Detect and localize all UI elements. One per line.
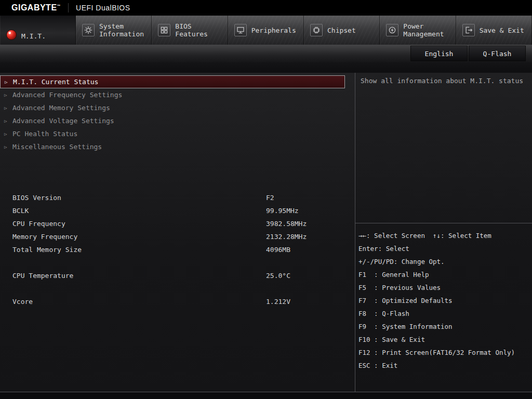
tab-system-information[interactable]: System Information [76,16,152,45]
tab-label: Save & Exit [480,26,529,34]
tab-save-exit[interactable]: Save & Exit [456,16,532,45]
key-line: F7 : Optimized Defaults [358,294,529,307]
topbar-divider [68,3,69,12]
key-line: F10 : Save & Exit [358,333,529,346]
info-row-bios-version: BIOS VersionF2 [0,191,355,204]
info-value: 99.95MHz [266,207,299,215]
key-line: F12 : Print Screen(FAT16/32 Format Only) [358,346,529,359]
settings-panel: ▷ M.I.T. Current Status ▷ Advanced Frequ… [0,73,355,392]
menu-list: ▷ M.I.T. Current Status ▷ Advanced Frequ… [0,75,355,153]
info-value: F2 [266,194,274,202]
key-line: ESC : Exit [358,359,529,372]
menu-item-advanced-voltage-settings[interactable]: ▷ Advanced Voltage Settings [0,114,355,127]
submenu-triangle-icon: ▷ [5,79,13,85]
info-row-bclk: BCLK99.95MHz [0,204,355,217]
menu-item-label: Advanced Memory Settings [12,104,110,112]
info-value: 4096MB [266,246,290,254]
menu-item-label: Miscellaneous Settings [12,143,102,151]
gigabyte-logo: GIGABYTE™ [11,3,61,12]
main-area: ▷ M.I.T. Current Status ▷ Advanced Frequ… [0,73,532,392]
menu-item-label: M.I.T. Current Status [13,78,98,86]
help-panel: Show all information about M.I.T. status… [355,73,532,392]
bios-features-grid-icon [158,24,170,36]
utility-strip: English Q-Flash [0,45,532,62]
page-title: UEFI DualBIOS [76,4,130,12]
key-line: F1 : General Help [358,268,529,281]
system-information-gear-icon [82,24,95,36]
key-line: +/-/PU/PD: Change Opt. [358,255,529,268]
info-label: Total Memory Size [12,243,266,256]
tab-label: Peripherals [251,26,301,34]
menu-item-miscellaneous-settings[interactable]: ▷ Miscellaneous Settings [0,140,355,153]
tab-label: BIOS Features [175,22,225,38]
peripherals-monitor-icon [234,24,247,36]
tab-label: System Information [99,22,149,38]
menu-item-label: Advanced Voltage Settings [12,117,114,125]
help-description: Show all information about M.I.T. status [355,73,532,223]
menu-item-label: Advanced Frequency Settings [12,91,122,99]
submenu-triangle-icon: ▷ [4,144,12,150]
info-value: 2132.28MHz [266,233,307,241]
menu-item-advanced-frequency-settings[interactable]: ▷ Advanced Frequency Settings [0,88,355,101]
submenu-triangle-icon: ▷ [4,118,12,124]
info-label: Memory Frequency [12,230,266,243]
info-row-total-memory-size: Total Memory Size4096MB [0,243,355,256]
mit-logo-icon [6,30,17,40]
help-keys-legend: →←: Select Screen ↑↓: Select Item Enter:… [355,223,532,372]
key-line: F9 : System Information [358,320,529,333]
tab-power-management[interactable]: Power Management [380,16,456,45]
chipset-chip-icon [310,24,323,36]
submenu-triangle-icon: ▷ [4,105,12,111]
info-label: Vcore [12,295,266,308]
save-exit-door-icon [462,24,475,36]
key-line: →←: Select Screen ↑↓: Select Item [358,229,529,242]
tab-label: Power Management [403,22,453,38]
tab-bios-features[interactable]: BIOS Features [152,16,228,45]
topbar: GIGABYTE™ UEFI DualBIOS [0,0,532,16]
tab-chipset[interactable]: Chipset [304,16,380,45]
menu-item-advanced-memory-settings[interactable]: ▷ Advanced Memory Settings [0,101,355,114]
bottom-strip [0,392,532,399]
tab-label: M.I.T. [21,32,71,40]
info-label: CPU Frequency [12,217,266,230]
menu-item-pc-health-status[interactable]: ▷ PC Health Status [0,127,355,140]
system-info-list: BIOS VersionF2 BCLK99.95MHz CPU Frequenc… [0,191,355,308]
gap-strip [0,62,532,73]
tab-label: Chipset [327,26,377,34]
info-value: 3982.58MHz [266,220,307,228]
key-line: F5 : Previous Values [358,281,529,294]
key-line: Enter: Select [358,242,529,255]
language-button[interactable]: English [410,46,468,61]
qflash-button[interactable]: Q-Flash [469,46,526,61]
submenu-triangle-icon: ▷ [4,131,12,137]
submenu-triangle-icon: ▷ [4,92,12,98]
trademark-symbol: ™ [57,4,61,8]
info-value: 25.0°C [266,272,290,280]
menu-item-mit-current-status[interactable]: ▷ M.I.T. Current Status [0,75,345,88]
menu-item-label: PC Health Status [12,130,77,138]
info-row-cpu-frequency: CPU Frequency3982.58MHz [0,217,355,230]
tab-mit[interactable]: M.I.T. [0,16,76,45]
info-row-cpu-temperature: CPU Temperature25.0°C [0,269,355,282]
info-label: BIOS Version [12,191,266,204]
info-row-vcore: Vcore1.212V [0,295,355,308]
info-value: 1.212V [266,298,290,305]
key-line: F8 : Q-Flash [358,307,529,320]
tabbar: M.I.T. System Information BIOS Features … [0,16,532,45]
info-row-memory-frequency: Memory Frequency2132.28MHz [0,230,355,243]
power-management-bolt-icon [386,24,398,36]
tab-peripherals[interactable]: Peripherals [228,16,304,45]
info-label: BCLK [12,204,266,217]
info-label: CPU Temperature [12,269,266,282]
